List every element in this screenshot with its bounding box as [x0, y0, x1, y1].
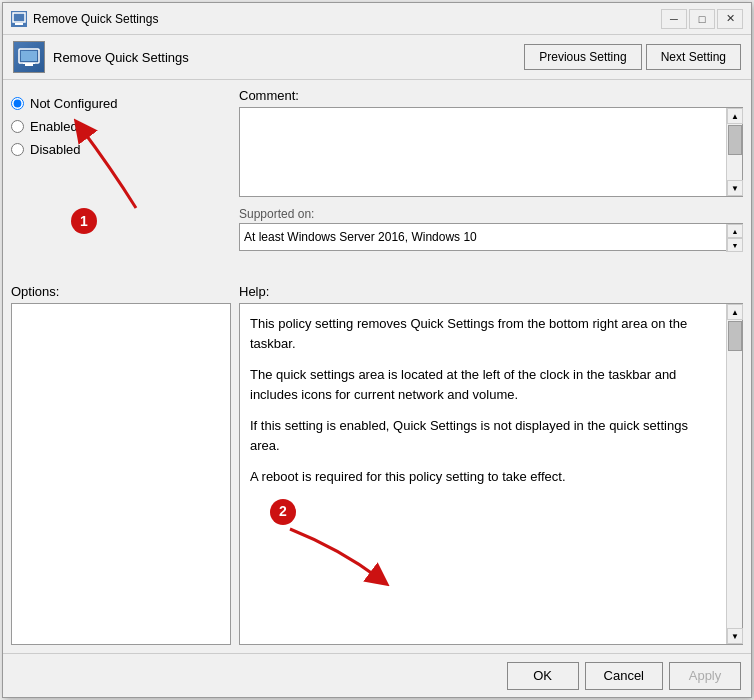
ok-button[interactable]: OK — [507, 662, 579, 690]
help-text-2: The quick settings area is located at th… — [250, 365, 716, 404]
enabled-option[interactable]: Enabled — [11, 119, 231, 134]
help-scrollbar[interactable]: ▲ ▼ — [726, 304, 742, 644]
annotation-2-container: 2 — [250, 499, 716, 579]
svg-rect-0 — [13, 13, 25, 22]
header-bar: Remove Quick Settings Previous Setting N… — [3, 35, 751, 80]
help-text-1: This policy setting removes Quick Settin… — [250, 314, 716, 353]
nav-buttons: Previous Setting Next Setting — [524, 44, 741, 70]
help-panel: Help: This policy setting removes Quick … — [239, 284, 743, 645]
svg-rect-4 — [25, 64, 33, 66]
scroll-track — [727, 124, 742, 180]
window-icon — [11, 11, 27, 27]
enabled-radio[interactable] — [11, 120, 24, 133]
comment-scrollbar[interactable]: ▲ ▼ — [726, 108, 742, 196]
disabled-radio[interactable] — [11, 143, 24, 156]
badge-2: 2 — [270, 499, 296, 525]
apply-button[interactable]: Apply — [669, 662, 741, 690]
comment-label: Comment: — [239, 88, 743, 103]
help-text-box: This policy setting removes Quick Settin… — [240, 304, 726, 644]
options-panel: Options: — [11, 284, 231, 645]
left-panel: Not Configured Enabled Disabled 1 — [11, 88, 231, 278]
help-text-4: A reboot is required for this policy set… — [250, 467, 716, 487]
help-scroll-thumb[interactable] — [728, 321, 742, 351]
help-scroll-up[interactable]: ▲ — [727, 304, 743, 320]
title-bar: Remove Quick Settings ─ □ ✕ — [3, 3, 751, 35]
window-title: Remove Quick Settings — [33, 12, 158, 26]
help-label: Help: — [239, 284, 743, 299]
header-title: Remove Quick Settings — [53, 50, 516, 65]
svg-rect-5 — [23, 63, 35, 64]
comment-section: Comment: ▲ ▼ — [239, 88, 743, 197]
badge-1: 1 — [71, 208, 97, 234]
middle-section: Options: Help: This policy setting remov… — [11, 284, 743, 645]
svg-rect-3 — [21, 51, 37, 61]
supported-label: Supported on: — [239, 207, 314, 221]
right-panel: Comment: ▲ ▼ Supported on: — [239, 88, 743, 278]
disabled-option[interactable]: Disabled — [11, 142, 231, 157]
scroll-up-arrow[interactable]: ▲ — [727, 108, 743, 124]
supported-scroll-up[interactable]: ▲ — [727, 224, 743, 238]
help-scroll-down[interactable]: ▼ — [727, 628, 743, 644]
not-configured-radio[interactable] — [11, 97, 24, 110]
supported-value: At least Windows Server 2016, Windows 10 — [240, 224, 726, 250]
enabled-label: Enabled — [30, 119, 78, 134]
cancel-button[interactable]: Cancel — [585, 662, 663, 690]
supported-scroll-down[interactable]: ▼ — [727, 238, 743, 252]
main-window: Remove Quick Settings ─ □ ✕ Remove Quick… — [2, 2, 752, 698]
close-button[interactable]: ✕ — [717, 9, 743, 29]
header-icon — [13, 41, 45, 73]
help-text-3: If this setting is enabled, Quick Settin… — [250, 416, 716, 455]
previous-setting-button[interactable]: Previous Setting — [524, 44, 641, 70]
options-box — [11, 303, 231, 645]
supported-section: Supported on: At least Windows Server 20… — [239, 207, 743, 251]
comment-textarea[interactable] — [240, 108, 726, 196]
main-content: Not Configured Enabled Disabled 1 — [3, 80, 751, 653]
not-configured-label: Not Configured — [30, 96, 117, 111]
maximize-button[interactable]: □ — [689, 9, 715, 29]
minimize-button[interactable]: ─ — [661, 9, 687, 29]
help-scroll-track — [727, 320, 742, 628]
footer: OK Cancel Apply — [3, 653, 751, 697]
title-bar-left: Remove Quick Settings — [11, 11, 158, 27]
top-section: Not Configured Enabled Disabled 1 — [11, 88, 743, 278]
svg-rect-1 — [15, 23, 23, 25]
not-configured-option[interactable]: Not Configured — [11, 96, 231, 111]
scroll-down-arrow[interactable]: ▼ — [727, 180, 743, 196]
scroll-thumb[interactable] — [728, 125, 742, 155]
supported-scrollbar[interactable]: ▲ ▼ — [726, 224, 742, 252]
next-setting-button[interactable]: Next Setting — [646, 44, 741, 70]
disabled-label: Disabled — [30, 142, 81, 157]
radio-group: Not Configured Enabled Disabled — [11, 96, 231, 157]
title-controls: ─ □ ✕ — [661, 9, 743, 29]
options-label: Options: — [11, 284, 231, 299]
